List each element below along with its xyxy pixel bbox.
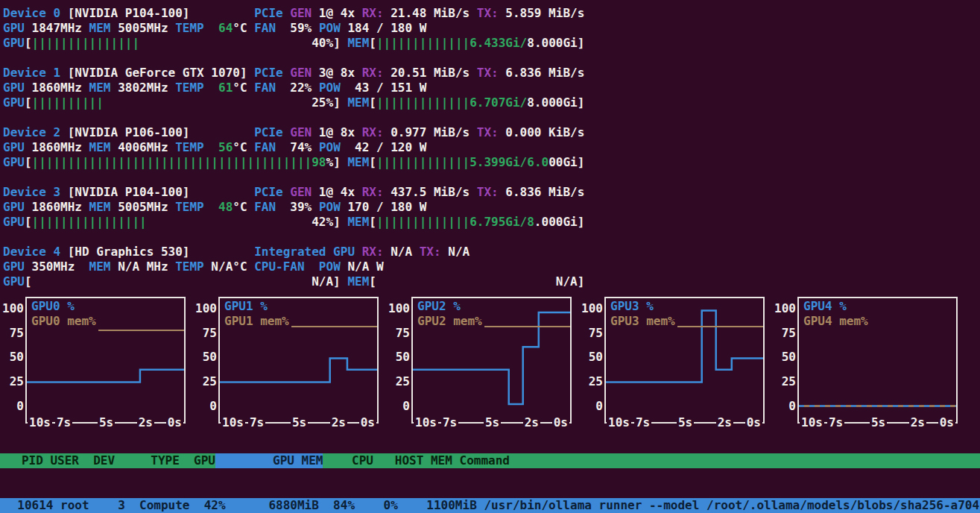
text-segment: 1@ 4x xyxy=(319,6,362,20)
chart-y-axis: 1007550250 xyxy=(581,297,604,424)
text-segment: GPU xyxy=(3,36,25,50)
device-info-line: GPU 350MHz MEM N/A MHz TEMP N/A°C CPU-FA… xyxy=(3,259,980,274)
text-segment: [ N/A] xyxy=(369,274,584,289)
y-axis-tick-label: 100 xyxy=(581,301,603,316)
text-segment: FAN xyxy=(254,140,283,154)
text-segment: N/A°C xyxy=(211,259,254,274)
text-segment: [ xyxy=(369,36,376,50)
text-segment: 5005MHz xyxy=(118,200,175,214)
y-axis-tick-label: 75 xyxy=(782,326,796,341)
text-segment: [ xyxy=(25,95,32,110)
text-segment: MEM xyxy=(89,81,118,95)
sort-column-highlight: GPU MEM xyxy=(215,453,323,468)
text-segment: 42 / 120 W xyxy=(347,140,426,154)
text-segment xyxy=(211,200,218,214)
text-segment: TEMP xyxy=(175,259,211,274)
text-segment: %] xyxy=(326,155,348,169)
device-info-line: Device 2 [NVIDIA P106-100] PCIe GEN 1@ 8… xyxy=(3,125,980,140)
device-block-0: Device 0 [NVIDIA P104-100] PCIe GEN 1@ 4… xyxy=(3,6,980,51)
text-segment: RX: xyxy=(362,66,391,80)
chart-legend-gpu: GPU4 % xyxy=(803,299,850,314)
x-axis-tick-label: 5s xyxy=(870,415,887,430)
chart-legend-gpu: GPU1 % xyxy=(224,299,271,314)
text-segment: GEN xyxy=(290,6,319,20)
text-segment: |||||||||| xyxy=(32,95,104,110)
text-segment: 40%] xyxy=(139,36,347,50)
mem-percent-line xyxy=(484,326,570,327)
text-segment: Device 2 xyxy=(3,125,68,139)
text-segment: POW xyxy=(319,200,348,214)
chart-plot-area: GPU0 %GPU0 mem%10s7s5s2s0s xyxy=(25,297,186,424)
text-segment: [ xyxy=(369,155,376,169)
text-segment: FAN xyxy=(254,81,283,95)
text-segment: GPU xyxy=(3,95,25,110)
process-row-selected[interactable]: 10614 root 3 Compute 42% 6880MiB 84% 0% … xyxy=(0,498,980,513)
device-info-line: GPU[|||||||||||||||| 42%] MEM[||||||||||… xyxy=(3,215,980,230)
text-segment: TEMP xyxy=(175,21,211,35)
x-axis-tick-label: 7s xyxy=(248,415,265,430)
x-axis-tick-label: 7s xyxy=(55,415,72,430)
text-segment: MEM xyxy=(89,140,118,154)
x-axis-tick-label: 0s xyxy=(359,415,376,430)
y-axis-tick-label: 75 xyxy=(396,326,410,341)
text-segment: RX: xyxy=(362,185,391,199)
process-rows: 10614 root 3 Compute 42% 6880MiB 84% 0% … xyxy=(0,498,980,513)
text-segment: 8.000Gi] xyxy=(527,95,584,110)
device-list: Device 0 [NVIDIA P104-100] PCIe GEN 1@ 4… xyxy=(0,0,980,289)
text-segment: 1@ 8x xyxy=(319,125,362,139)
text-segment: MEM xyxy=(347,36,369,50)
text-segment: POW xyxy=(319,140,348,154)
text-segment: °C xyxy=(233,21,254,35)
y-axis-tick-label: 100 xyxy=(774,301,796,316)
text-segment: 4006MHz xyxy=(118,140,175,154)
y-axis-tick-label: 75 xyxy=(10,326,24,341)
x-axis-tick-label: 5s xyxy=(677,415,694,430)
device-info-line: GPU[||||||||||||||||||||||||||||||||||||… xyxy=(3,155,980,170)
y-axis-tick-label: 100 xyxy=(2,301,24,316)
text-segment: TEMP xyxy=(175,140,211,154)
text-segment: 6.836 MiB/s xyxy=(505,185,584,199)
text-segment: GPU xyxy=(3,215,25,229)
text-segment: 3@ 8x xyxy=(319,66,362,80)
device-info-line: GPU[||||||||||||||| 40%] MEM[|||||||||||… xyxy=(3,36,980,51)
gpu-chart-4: 1007550250GPU4 %GPU4 mem%10s7s5s2s0s xyxy=(774,297,958,424)
text-segment: 25%] xyxy=(104,95,348,110)
y-axis-tick-label: 50 xyxy=(203,350,217,365)
text-segment: GPU xyxy=(3,200,32,214)
process-table-header: PID USER DEV TYPE GPU GPU MEM CPU HOST M… xyxy=(0,453,980,468)
chart-legend-mem: GPU1 mem% xyxy=(224,314,291,329)
text-segment: [NVIDIA GeForce GTX 1070] xyxy=(68,66,254,80)
text-segment: Device 3 xyxy=(3,185,68,199)
text-segment: MEM xyxy=(89,259,118,274)
text-segment: 00Gi] xyxy=(549,155,584,169)
text-segment: N/A W xyxy=(347,259,383,274)
x-axis-tick-label: 7s xyxy=(634,415,651,430)
text-segment: 43 / 151 W xyxy=(347,81,426,95)
text-segment: TX: xyxy=(420,245,449,259)
chart-legend-gpu: GPU3 % xyxy=(610,299,657,314)
text-segment: RX: xyxy=(362,245,391,259)
y-axis-tick-label: 75 xyxy=(203,326,217,341)
text-segment: GPU xyxy=(3,259,32,274)
text-segment: °C xyxy=(233,140,254,154)
text-segment: PCIe xyxy=(254,185,290,199)
text-segment: [NVIDIA P104-100] xyxy=(68,185,254,199)
text-segment: [ xyxy=(25,215,32,229)
x-axis-tick-label: 2s xyxy=(909,415,926,430)
text-segment: GPU xyxy=(3,21,32,35)
device-block-2: Device 2 [NVIDIA P106-100] PCIe GEN 1@ 8… xyxy=(3,125,980,170)
text-segment: GPU xyxy=(3,274,25,289)
text-segment: FAN xyxy=(254,200,283,214)
y-axis-tick-label: 50 xyxy=(396,350,410,365)
text-segment: 10614 root 3 Compute 42% 6880MiB 84% 0% … xyxy=(3,498,979,512)
device-info-line: GPU[ N/A] MEM[ N/A] xyxy=(3,274,980,289)
text-segment: 350MHz xyxy=(32,259,89,274)
text-segment: 74% xyxy=(283,140,319,154)
text-segment: N/A xyxy=(448,245,470,259)
text-segment: 437.5 MiB/s xyxy=(391,185,477,199)
x-axis-tick-label: 2s xyxy=(330,415,347,430)
chart-plot-area: GPU4 %GPU4 mem%10s7s5s2s0s xyxy=(797,297,958,424)
mem-percent-line xyxy=(677,326,763,327)
text-segment: 48 xyxy=(218,200,233,214)
text-segment: POW xyxy=(319,259,348,274)
